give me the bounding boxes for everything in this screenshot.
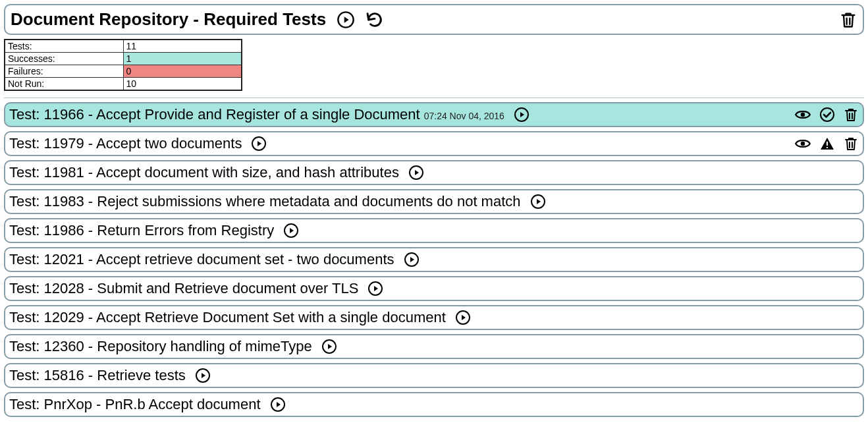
test-title: Test: 12021 - Accept retrieve document s… [9, 251, 394, 268]
test-row[interactable]: Test: 12028 - Submit and Retrieve docume… [4, 276, 864, 301]
summary-successes-value: 1 [123, 53, 242, 65]
test-title: Test: 11986 - Return Errors from Registr… [9, 222, 274, 239]
test-row-left: Test: PnrXop - PnR.b Accept document [9, 396, 286, 413]
success-icon [819, 107, 835, 123]
test-row[interactable]: Test: 15816 - Retrieve tests [4, 363, 864, 388]
header-panel: Document Repository - Required Tests [4, 4, 864, 35]
run-test-icon[interactable] [455, 310, 471, 325]
test-row-left: Test: 11983 - Reject submissions where m… [9, 193, 546, 210]
test-title: Test: PnrXop - PnR.b Accept document [9, 396, 261, 413]
test-title: Test: 12028 - Submit and Retrieve docume… [9, 280, 358, 297]
test-row-left: Test: 11986 - Return Errors from Registr… [9, 222, 299, 239]
test-row-left: Test: 12021 - Accept retrieve document s… [9, 251, 420, 268]
test-timestamp: 07:24 Nov 04, 2016 [424, 111, 504, 121]
run-test-icon[interactable] [367, 281, 383, 296]
refresh-icon[interactable] [366, 11, 384, 29]
test-row-left: Test: 12360 - Repository handling of mim… [9, 338, 337, 355]
test-row-left: Test: 11966 - Accept Provide and Registe… [9, 106, 529, 123]
test-title: Test: 12360 - Repository handling of mim… [9, 338, 312, 355]
tests-list: Test: 11966 - Accept Provide and Registe… [4, 102, 864, 417]
run-test-icon[interactable] [408, 165, 424, 181]
test-row[interactable]: Test: 12029 - Accept Retrieve Document S… [4, 305, 864, 330]
test-row[interactable]: Test: PnrXop - PnR.b Accept document [4, 392, 864, 417]
summary-successes-label: Successes: [5, 53, 123, 65]
summary-notrun-label: Not Run: [5, 78, 123, 91]
delete-test-icon[interactable] [843, 107, 859, 123]
test-title: Test: 11966 - Accept Provide and Registe… [9, 106, 420, 123]
test-row[interactable]: Test: 11966 - Accept Provide and Registe… [4, 102, 864, 127]
summary-tests-label: Tests: [5, 40, 123, 53]
test-title: Test: 11981 - Accept document with size,… [9, 164, 399, 181]
test-row-left: Test: 12029 - Accept Retrieve Document S… [9, 309, 471, 326]
test-row[interactable]: Test: 11983 - Reject submissions where m… [4, 189, 864, 214]
run-test-icon[interactable] [404, 252, 420, 267]
run-test-icon[interactable] [283, 223, 299, 238]
run-test-icon[interactable] [270, 397, 286, 412]
delete-all-icon[interactable] [839, 11, 857, 29]
test-row[interactable]: Test: 11979 - Accept two documents [4, 131, 864, 156]
summary-tests-value: 11 [123, 40, 242, 53]
test-title: Test: 12029 - Accept Retrieve Document S… [9, 309, 446, 326]
test-row[interactable]: Test: 12360 - Repository handling of mim… [4, 334, 864, 359]
run-test-icon[interactable] [530, 194, 546, 210]
test-row[interactable]: Test: 12021 - Accept retrieve document s… [4, 247, 864, 272]
test-row-left: Test: 15816 - Retrieve tests [9, 367, 211, 384]
run-test-icon[interactable] [251, 136, 267, 152]
test-row-left: Test: 12028 - Submit and Retrieve docume… [9, 280, 383, 297]
delete-test-icon[interactable] [843, 136, 859, 152]
page-title: Document Repository - Required Tests [11, 9, 326, 30]
test-title: Test: 11979 - Accept two documents [9, 135, 242, 152]
view-icon[interactable] [794, 106, 811, 123]
test-row-left: Test: 11979 - Accept two documents [9, 135, 267, 152]
test-row-right [794, 135, 859, 152]
test-title: Test: 15816 - Retrieve tests [9, 367, 186, 384]
test-row[interactable]: Test: 11981 - Accept document with size,… [4, 160, 864, 185]
separator [4, 98, 864, 98]
test-row-right [794, 106, 859, 123]
test-row-left: Test: 11981 - Accept document with size,… [9, 164, 424, 181]
warning-icon [819, 136, 835, 152]
test-title: Test: 11983 - Reject submissions where m… [9, 193, 521, 210]
run-test-icon[interactable] [514, 107, 529, 123]
test-row[interactable]: Test: 11986 - Return Errors from Registr… [4, 218, 864, 243]
summary-notrun-value: 10 [123, 78, 242, 91]
run-test-icon[interactable] [195, 368, 211, 383]
view-icon[interactable] [794, 135, 811, 152]
header-left: Document Repository - Required Tests [11, 9, 384, 30]
summary-failures-label: Failures: [5, 65, 123, 78]
run-all-icon[interactable] [337, 11, 355, 29]
summary-failures-value: 0 [123, 65, 242, 78]
run-test-icon[interactable] [321, 339, 337, 354]
summary-table: Tests: 11 Successes: 1 Failures: 0 Not R… [4, 39, 242, 91]
